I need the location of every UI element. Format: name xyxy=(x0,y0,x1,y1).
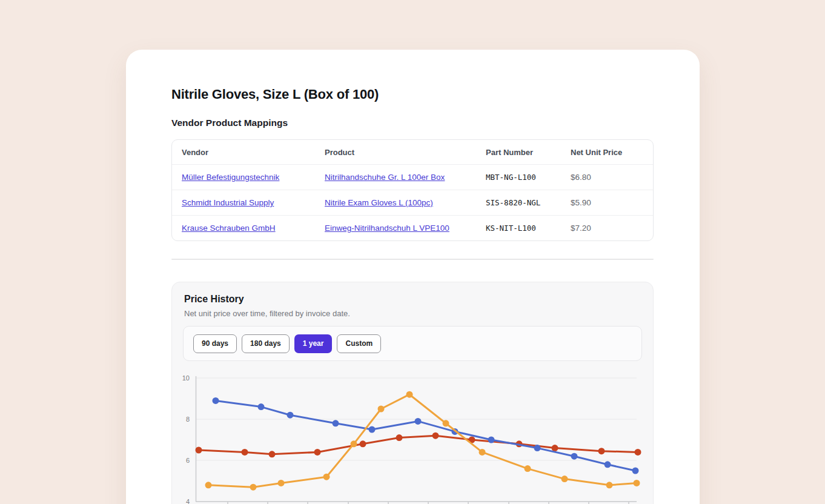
unit-price: $7.20 xyxy=(571,224,591,233)
data-point-blue xyxy=(534,445,541,451)
table-row: Schmidt Industrial SupplyNitrile Exam Gl… xyxy=(172,190,653,215)
data-point-blue xyxy=(213,397,219,404)
data-point-red xyxy=(396,434,403,441)
data-point-blue xyxy=(632,468,639,474)
series-line-red xyxy=(199,436,638,454)
range-button-custom[interactable]: Custom xyxy=(337,334,381,353)
unit-price: $6.80 xyxy=(571,173,591,182)
range-button-180-days[interactable]: 180 days xyxy=(242,334,290,353)
vendor-link[interactable]: Schmidt Industrial Supply xyxy=(182,198,274,207)
data-point-orange xyxy=(378,406,385,413)
data-point-blue xyxy=(415,418,422,425)
table-row: Müller BefestigungstechnikNitrilhandschu… xyxy=(172,164,653,190)
range-button-90-days[interactable]: 90 days xyxy=(193,334,237,353)
product-card: Nitrile Gloves, Size L (Box of 100) Vend… xyxy=(126,50,700,504)
data-point-blue xyxy=(605,461,611,468)
column-header-part-number: Part Number xyxy=(476,148,561,157)
data-point-red xyxy=(598,448,605,454)
y-axis-tick-label: 10 xyxy=(182,374,190,382)
data-point-red xyxy=(196,447,202,454)
page-background: Nitrile Gloves, Size L (Box of 100) Vend… xyxy=(0,0,825,504)
page-title: Nitrile Gloves, Size L (Box of 100) xyxy=(171,87,379,102)
range-button-1-year[interactable]: 1 year xyxy=(294,334,333,353)
data-point-orange xyxy=(525,465,531,472)
data-point-blue xyxy=(287,412,294,419)
y-axis-tick-label: 6 xyxy=(186,457,190,464)
vendor-mappings-heading: Vendor Product Mappings xyxy=(171,118,288,128)
price-chart: 46810 xyxy=(172,364,654,504)
vendor-link[interactable]: Müller Befestigungstechnik xyxy=(182,173,279,182)
section-divider xyxy=(171,259,654,260)
data-point-red xyxy=(269,451,276,457)
data-point-orange xyxy=(606,482,613,488)
vendor-link[interactable]: Krause Schrauben GmbH xyxy=(182,224,276,233)
mappings-table-body: Müller BefestigungstechnikNitrilhandschu… xyxy=(172,164,653,240)
part-number: SIS-8820-NGL xyxy=(486,198,540,207)
data-point-blue xyxy=(258,403,265,410)
data-point-red xyxy=(360,440,366,447)
vendor-mappings-table: Vendor Product Part Number Net Unit Pric… xyxy=(171,139,654,241)
range-toolbar: 90 days180 days1 yearCustom xyxy=(183,326,642,361)
data-point-red xyxy=(635,449,641,456)
data-point-orange xyxy=(406,391,413,398)
product-link[interactable]: Nitrile Exam Gloves L (100pc) xyxy=(325,198,433,207)
data-point-orange xyxy=(351,440,357,447)
data-point-red xyxy=(242,449,248,456)
data-point-orange xyxy=(323,474,330,480)
y-axis-tick-label: 4 xyxy=(186,498,190,504)
unit-price: $5.90 xyxy=(571,198,591,207)
data-point-blue xyxy=(333,420,339,426)
data-point-red xyxy=(314,449,321,456)
data-point-orange xyxy=(634,480,640,486)
data-point-orange xyxy=(479,449,486,456)
price-history-subtitle: Net unit price over time, filtered by in… xyxy=(184,309,350,318)
series-line-orange xyxy=(208,394,637,487)
column-header-net-unit-price: Net Unit Price xyxy=(561,148,653,157)
data-point-orange xyxy=(278,480,285,486)
price-history-title: Price History xyxy=(184,294,244,305)
data-point-red xyxy=(552,445,558,451)
column-header-product: Product xyxy=(315,148,476,157)
part-number: KS-NIT-L100 xyxy=(486,224,536,233)
table-row: Krause Schrauben GmbHEinweg-Nitrilhandsc… xyxy=(172,215,653,240)
product-link[interactable]: Nitrilhandschuhe Gr. L 100er Box xyxy=(325,173,445,182)
product-link[interactable]: Einweg-Nitrilhandschuh L VPE100 xyxy=(325,224,449,233)
data-point-orange xyxy=(250,484,257,491)
data-point-blue xyxy=(488,437,495,443)
data-point-blue xyxy=(571,453,578,460)
part-number: MBT-NG-L100 xyxy=(486,173,536,182)
data-point-orange xyxy=(443,420,449,426)
range-toolbar-buttons: 90 days180 days1 yearCustom xyxy=(193,334,381,353)
data-point-orange xyxy=(205,482,212,488)
data-point-orange xyxy=(562,476,568,482)
y-axis-tick-label: 8 xyxy=(186,416,190,423)
table-header-row: Vendor Product Part Number Net Unit Pric… xyxy=(172,140,653,164)
data-point-red xyxy=(432,433,439,439)
data-point-blue xyxy=(369,426,376,433)
column-header-vendor: Vendor xyxy=(172,148,315,157)
price-history-panel: Price History Net unit price over time, … xyxy=(171,282,654,504)
